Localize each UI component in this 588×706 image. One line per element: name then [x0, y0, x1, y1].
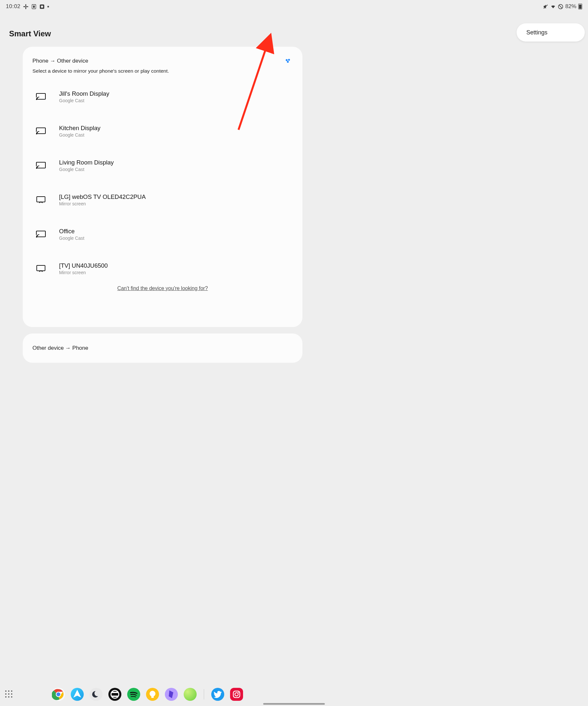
- device-subtitle: Google Cast: [59, 167, 114, 172]
- svg-rect-3: [26, 6, 28, 7]
- device-subtitle: Mirror screen: [59, 270, 108, 275]
- svg-point-19: [36, 168, 37, 169]
- status-bar: 10:02 82%: [0, 0, 325, 13]
- mirror-to-device-card: Phone → Other device Select a device to …: [23, 47, 303, 327]
- media-icon: [39, 4, 45, 9]
- slack-icon: [23, 4, 29, 9]
- svg-point-15: [36, 99, 37, 100]
- device-name: Kitchen Display: [59, 125, 101, 132]
- mirror-to-phone-card[interactable]: Other device → Phone: [23, 334, 303, 363]
- page-title: Smart View: [9, 29, 51, 38]
- card2-header: Other device → Phone: [33, 345, 88, 351]
- svg-rect-5: [33, 5, 35, 8]
- cast-icon: [36, 127, 46, 135]
- svg-point-12: [288, 59, 290, 61]
- device-subtitle: Google Cast: [59, 98, 109, 103]
- card-icon: [31, 4, 37, 9]
- device-list: Jill's Room DisplayGoogle CastKitchen Di…: [23, 85, 303, 280]
- cant-find-device-link[interactable]: Can't find the device you're looking for…: [23, 285, 303, 291]
- svg-rect-20: [37, 197, 45, 202]
- svg-point-7: [41, 5, 43, 8]
- svg-point-17: [36, 133, 37, 134]
- svg-point-22: [36, 237, 37, 237]
- device-subtitle: Google Cast: [59, 132, 101, 138]
- device-name: [LG] webOS TV OLED42C2PUA: [59, 193, 146, 200]
- card-subtitle: Select a device to mirror your phone's s…: [23, 65, 303, 74]
- device-name: Jill's Room Display: [59, 90, 109, 97]
- device-name: [TV] UN40JU6500: [59, 262, 108, 269]
- help-link-text: Can't find the device you're looking for…: [117, 285, 208, 291]
- svg-rect-2: [23, 6, 26, 7]
- svg-point-13: [287, 61, 289, 63]
- device-subtitle: Google Cast: [59, 236, 84, 241]
- cast-icon: [36, 92, 46, 101]
- device-subtitle: Mirror screen: [59, 201, 146, 206]
- more-notifications-dot: [47, 6, 49, 7]
- device-row[interactable]: [TV] UN40JU6500Mirror screen: [23, 257, 303, 280]
- svg-rect-0: [25, 4, 26, 6]
- device-row[interactable]: Jill's Room DisplayGoogle Cast: [23, 85, 303, 108]
- cast-icon: [36, 161, 46, 170]
- smartthings-icon[interactable]: [285, 58, 291, 65]
- device-row[interactable]: [LG] webOS TV OLED42C2PUAMirror screen: [23, 188, 303, 211]
- svg-point-11: [286, 59, 288, 61]
- tv-icon: [36, 265, 46, 273]
- device-name: Living Room Display: [59, 159, 114, 166]
- status-time: 10:02: [6, 3, 21, 10]
- device-row[interactable]: Kitchen DisplayGoogle Cast: [23, 119, 303, 143]
- svg-rect-23: [37, 265, 45, 271]
- device-name: Office: [59, 228, 84, 235]
- cast-icon: [36, 230, 46, 238]
- tv-icon: [36, 196, 46, 204]
- device-row[interactable]: OfficeGoogle Cast: [23, 223, 303, 246]
- svg-rect-1: [25, 7, 26, 9]
- card-header: Phone → Other device: [33, 58, 88, 64]
- device-row[interactable]: Living Room DisplayGoogle Cast: [23, 154, 303, 177]
